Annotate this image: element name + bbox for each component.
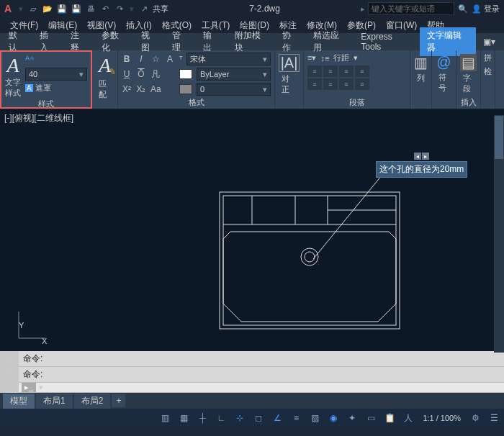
bullets-icon[interactable]: ≡▾ xyxy=(307,53,316,63)
lineweight-button[interactable]: ≡ xyxy=(289,411,303,425)
align-bot-button[interactable]: ≡ xyxy=(339,78,354,90)
bg-swatch[interactable] xyxy=(179,84,192,94)
file-name: 7-2.dwg xyxy=(171,4,358,14)
align-mid-button[interactable]: ≡ xyxy=(323,78,338,90)
command-chevron-icon[interactable]: ▸_ xyxy=(22,383,36,392)
annoscale-button[interactable]: 人 xyxy=(401,411,415,425)
align-button[interactable]: |A| 对正 xyxy=(279,53,300,96)
mask-icon[interactable]: A xyxy=(25,84,33,92)
command-input-row[interactable]: ▸_▾ xyxy=(19,383,504,393)
otrack-button[interactable]: ∠ xyxy=(270,411,284,425)
view-label[interactable]: [-][俯视][二维线框] xyxy=(4,112,73,124)
align-justify-button[interactable]: ≡ xyxy=(355,65,369,77)
font-prefix: ᵀ xyxy=(179,55,182,64)
panel-spell: 拼 检 xyxy=(481,50,495,109)
align-top-button[interactable]: ≡ xyxy=(307,78,322,90)
y-axis-label: Y xyxy=(19,321,24,330)
saveas-icon[interactable]: 💾 xyxy=(71,3,82,14)
bold-button[interactable]: B xyxy=(122,54,132,64)
arrow-left-icon[interactable]: ◂ xyxy=(414,153,421,160)
user-icon: 👤 xyxy=(472,4,482,14)
layer-dropdown[interactable]: ByLayer xyxy=(197,68,271,81)
grip-icon[interactable]: ⠿ xyxy=(6,367,12,376)
layout-add-button[interactable]: + xyxy=(112,394,125,407)
columns-button[interactable]: ▥列 xyxy=(414,53,428,85)
tab-overflow-icon[interactable]: ▣▾ xyxy=(476,35,503,49)
snap-button[interactable]: ┼ xyxy=(195,411,210,425)
command-dropdown-icon[interactable]: ▾ xyxy=(39,383,43,392)
lineheight-label[interactable]: 行距 xyxy=(333,53,349,63)
font-button[interactable]: ☆ xyxy=(150,54,161,64)
symbol-button[interactable]: @符号 xyxy=(436,53,452,95)
status-scale[interactable]: 1:1 / 100% xyxy=(420,414,464,422)
transparency-button[interactable]: ▨ xyxy=(307,411,322,425)
command-history-2: 命令: xyxy=(19,367,504,383)
scrollbar-vertical[interactable] xyxy=(494,115,504,353)
annotation-handle[interactable]: ◂▸ xyxy=(414,153,429,160)
qprops-button[interactable]: 📋 xyxy=(382,411,397,425)
annotation-text[interactable]: 这个孔的直径为20mm xyxy=(376,161,467,178)
redo-icon[interactable]: ↷ xyxy=(114,3,125,14)
match-button[interactable]: A✎ 匹配 xyxy=(96,53,114,101)
command-gutter[interactable]: ✕⠿↗ xyxy=(0,351,19,393)
share-label[interactable]: 共享 xyxy=(153,4,168,14)
font-dropdown[interactable]: 宋体 xyxy=(186,53,271,65)
lineheight-icon[interactable]: ↕≡ xyxy=(320,54,329,63)
search-icon[interactable]: 🔍 xyxy=(457,3,469,14)
new-icon[interactable]: ▱ xyxy=(27,3,39,14)
cycling-button[interactable]: ◉ xyxy=(326,411,341,425)
search-input[interactable] xyxy=(368,2,454,15)
mask-label[interactable]: 遮罩 xyxy=(35,83,51,94)
panel-paragraph: ≡▾ ↕≡ 行距 ▾ ≡ ≡ ≡ ≡ ≡ ≡ ≡ ≡ 段落 xyxy=(304,50,410,109)
spell-label[interactable]: 拼 xyxy=(484,53,492,63)
login-button[interactable]: 👤登录 xyxy=(472,4,500,14)
text-style-icon[interactable]: A xyxy=(6,54,19,77)
style-label: 样式 xyxy=(5,88,21,99)
align-dist-button[interactable]: ≡ xyxy=(355,78,369,90)
text-annotation[interactable]: ◂▸ 这个孔的直径为20mm xyxy=(376,153,467,178)
text-height-dropdown[interactable]: 40 xyxy=(25,68,87,81)
undo-icon[interactable]: ↶ xyxy=(99,3,111,14)
subscript-button[interactable]: X₂ xyxy=(136,84,146,94)
align-center-button[interactable]: ≡ xyxy=(323,65,338,77)
open-icon[interactable]: 📂 xyxy=(42,3,53,14)
italic-button[interactable]: I xyxy=(136,54,146,64)
columns-icon: ▥ xyxy=(414,54,428,71)
customize-button[interactable]: ☰ xyxy=(487,411,501,425)
status-bar: ▥ ▦ ┼ ∟ ⊹ ◻ ∠ ≡ ▨ ◉ ✦ ▭ 📋 人 1:1 / 100% ⚙… xyxy=(0,409,504,427)
check-label[interactable]: 检 xyxy=(484,66,492,77)
save-icon[interactable]: 💾 xyxy=(56,3,68,14)
stack-button[interactable]: 凡 xyxy=(150,68,161,81)
align-right-button[interactable]: ≡ xyxy=(339,65,354,77)
color-swatch[interactable] xyxy=(179,69,192,79)
expand-icon[interactable]: ↗ xyxy=(6,381,13,391)
layout-2[interactable]: 布局2 xyxy=(74,394,111,409)
model-button[interactable]: ▥ xyxy=(158,411,172,425)
arrow-right-icon[interactable]: ▸ xyxy=(422,153,429,160)
grid-button[interactable]: ▦ xyxy=(176,411,191,425)
close-icon[interactable]: ✕ xyxy=(6,353,13,363)
case-button[interactable]: Aa xyxy=(150,84,161,94)
app-logo-icon: A xyxy=(4,3,12,14)
a-button[interactable]: A xyxy=(165,54,175,64)
osnap-button[interactable]: ◻ xyxy=(251,411,266,425)
chevron-down-icon[interactable]: ▾ xyxy=(354,53,358,63)
gear-icon[interactable]: ⚙ xyxy=(468,411,482,425)
dyn-button[interactable]: ▭ xyxy=(364,411,378,425)
underline-button[interactable]: U xyxy=(122,69,132,79)
overline-button[interactable]: Ō xyxy=(136,69,146,79)
superscript-button[interactable]: X² xyxy=(122,84,132,94)
bg-dropdown[interactable]: 0 xyxy=(197,83,271,96)
annotative-icon[interactable]: ᴬ⁺ xyxy=(25,54,87,65)
polar-button[interactable]: ⊹ xyxy=(233,411,247,425)
ortho-button[interactable]: ∟ xyxy=(214,411,228,425)
layout-model[interactable]: 模型 xyxy=(3,394,35,409)
align-left-button[interactable]: ≡ xyxy=(307,65,322,77)
layout-1[interactable]: 布局1 xyxy=(36,394,73,409)
scrollbar-thumb[interactable] xyxy=(495,116,503,159)
share-icon[interactable]: ↗ xyxy=(138,3,150,14)
print-icon[interactable]: 🖶 xyxy=(85,3,96,14)
3dosnap-button[interactable]: ✦ xyxy=(345,411,359,425)
drawing-canvas[interactable]: [-][俯视][二维线框] ◂▸ 这个孔的直径为20mm Y X xyxy=(0,109,504,351)
field-button[interactable]: ▤字段 xyxy=(460,53,477,96)
